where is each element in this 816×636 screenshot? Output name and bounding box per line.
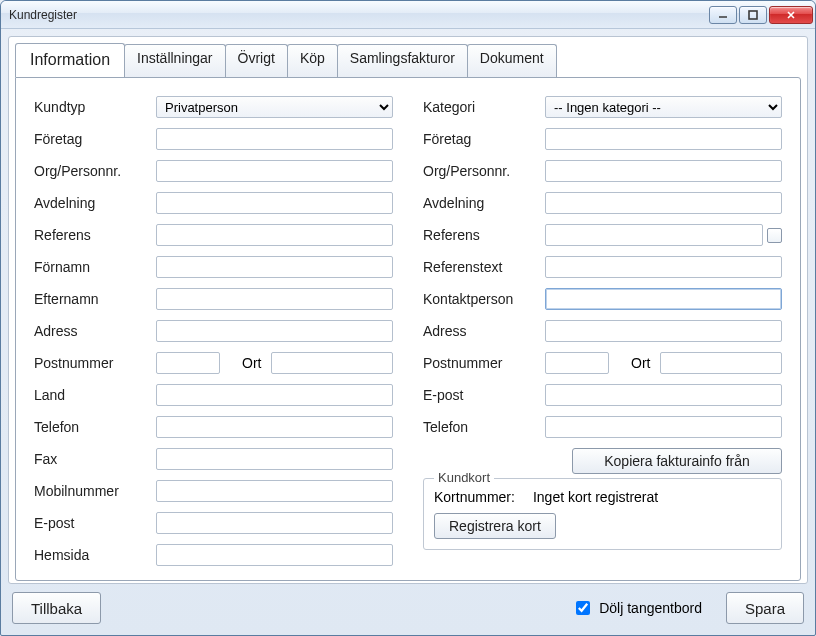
kortnummer-label: Kortnummer: [434, 489, 515, 505]
land-input[interactable] [156, 384, 393, 406]
r-telefon-input[interactable] [545, 416, 782, 438]
kundtyp-label: Kundtyp [34, 99, 156, 115]
hemsida-input[interactable] [156, 544, 393, 566]
r-orgpers-input[interactable] [545, 160, 782, 182]
postnummer-label: Postnummer [34, 355, 156, 371]
r-postnummer-input[interactable] [545, 352, 609, 374]
r-epost-input[interactable] [545, 384, 782, 406]
r-referenstext-label: Referenstext [423, 259, 545, 275]
kundkort-group: Kundkort Kortnummer: Inget kort registre… [423, 478, 782, 550]
r-referens-checkbox[interactable] [767, 228, 782, 243]
r-ort-input[interactable] [660, 352, 782, 374]
window-buttons [707, 6, 813, 24]
efternamn-input[interactable] [156, 288, 393, 310]
r-kontaktperson-label: Kontaktperson [423, 291, 545, 307]
maximize-button[interactable] [739, 6, 767, 24]
client-area: Information Inställningar Övrigt Köp Sam… [8, 36, 808, 584]
adress-label: Adress [34, 323, 156, 339]
orgpers-label: Org/Personnr. [34, 163, 156, 179]
hemsida-label: Hemsida [34, 547, 156, 563]
registrera-kort-button[interactable]: Registrera kort [434, 513, 556, 539]
dolj-tangentbord-checkbox[interactable] [576, 601, 590, 615]
title-bar: Kundregister [1, 1, 815, 29]
r-referens-label: Referens [423, 227, 545, 243]
tab-dokument[interactable]: Dokument [467, 44, 557, 78]
r-adress-label: Adress [423, 323, 545, 339]
fax-input[interactable] [156, 448, 393, 470]
kundkort-legend: Kundkort [434, 470, 494, 485]
fax-label: Fax [34, 451, 156, 467]
efternamn-label: Efternamn [34, 291, 156, 307]
tab-information[interactable]: Information [15, 43, 125, 77]
r-ort-label: Ort [631, 355, 650, 371]
foretag-input[interactable] [156, 128, 393, 150]
tab-strip: Information Inställningar Övrigt Köp Sam… [9, 37, 807, 77]
r-avdelning-input[interactable] [545, 192, 782, 214]
ort-input[interactable] [271, 352, 393, 374]
spara-button[interactable]: Spara [726, 592, 804, 624]
r-orgpers-label: Org/Personnr. [423, 163, 545, 179]
r-adress-input[interactable] [545, 320, 782, 342]
r-kontaktperson-input[interactable] [545, 288, 782, 310]
tab-installningar[interactable]: Inställningar [124, 44, 226, 78]
orgpers-input[interactable] [156, 160, 393, 182]
tillbaka-button[interactable]: Tillbaka [12, 592, 101, 624]
dolj-tangentbord-line[interactable]: Dölj tangentbord [572, 598, 702, 618]
postnummer-input[interactable] [156, 352, 220, 374]
mobil-label: Mobilnummer [34, 483, 156, 499]
r-foretag-label: Företag [423, 131, 545, 147]
r-avdelning-label: Avdelning [423, 195, 545, 211]
r-foretag-input[interactable] [545, 128, 782, 150]
foretag-label: Företag [34, 131, 156, 147]
window-title: Kundregister [9, 8, 707, 22]
ort-label: Ort [242, 355, 261, 371]
r-telefon-label: Telefon [423, 419, 545, 435]
r-postnummer-label: Postnummer [423, 355, 545, 371]
r-referenstext-input[interactable] [545, 256, 782, 278]
left-column: Kundtyp Privatperson Företag Org/Personn… [34, 92, 393, 566]
epost-input[interactable] [156, 512, 393, 534]
land-label: Land [34, 387, 156, 403]
tab-ovrigt[interactable]: Övrigt [225, 44, 288, 78]
svg-rect-0 [749, 11, 757, 19]
epost-label: E-post [34, 515, 156, 531]
r-epost-label: E-post [423, 387, 545, 403]
fornamn-label: Förnamn [34, 259, 156, 275]
minimize-button[interactable] [709, 6, 737, 24]
kortnummer-value: Inget kort registrerat [533, 489, 658, 505]
fornamn-input[interactable] [156, 256, 393, 278]
r-referens-input[interactable] [545, 224, 763, 246]
right-column: Kategori -- Ingen kategori -- Företag Or… [423, 92, 782, 566]
kopiera-fakturainfo-button[interactable]: Kopiera fakturainfo från [572, 448, 782, 474]
kategori-label: Kategori [423, 99, 545, 115]
close-button[interactable] [769, 6, 813, 24]
adress-input[interactable] [156, 320, 393, 342]
kundtyp-select[interactable]: Privatperson [156, 96, 393, 118]
telefon-input[interactable] [156, 416, 393, 438]
referens-input[interactable] [156, 224, 393, 246]
tab-kop[interactable]: Köp [287, 44, 338, 78]
tab-samlingsfakturor[interactable]: Samlingsfakturor [337, 44, 468, 78]
tab-page-information: Kundtyp Privatperson Företag Org/Personn… [15, 77, 801, 581]
bottom-bar: Tillbaka Dölj tangentbord Spara [8, 588, 808, 628]
mobil-input[interactable] [156, 480, 393, 502]
avdelning-label: Avdelning [34, 195, 156, 211]
dolj-tangentbord-label: Dölj tangentbord [599, 600, 702, 616]
kategori-select[interactable]: -- Ingen kategori -- [545, 96, 782, 118]
telefon-label: Telefon [34, 419, 156, 435]
referens-label: Referens [34, 227, 156, 243]
avdelning-input[interactable] [156, 192, 393, 214]
